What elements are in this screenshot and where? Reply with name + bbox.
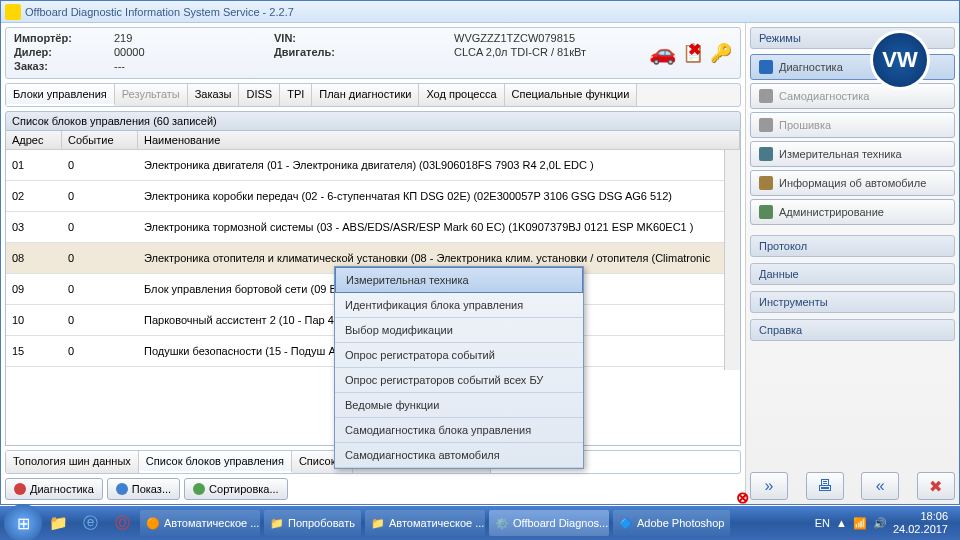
action-button[interactable]: Показ... xyxy=(107,478,180,500)
tab-3[interactable]: DISS xyxy=(239,84,280,106)
tab-7[interactable]: Специальные функции xyxy=(505,84,638,106)
mode-button[interactable]: Информация об автомобиле xyxy=(750,170,955,196)
clock[interactable]: 18:06 24.02.2017 xyxy=(893,510,948,536)
taskbar-app[interactable]: ⚙️Offboard Diagnos... xyxy=(489,510,609,536)
table-row[interactable]: 020Электроника коробки передач (02 - 6-с… xyxy=(6,181,724,212)
importer-value: 219 xyxy=(114,32,132,44)
menu-item[interactable]: Опрос регистраторов событий всех БУ xyxy=(335,368,583,393)
side-section-header[interactable]: Справка xyxy=(750,319,955,341)
bottom-buttons: ДиагностикаПоказ...Сортировка... xyxy=(5,478,741,500)
vertical-scrollbar[interactable] xyxy=(724,150,740,370)
order-label: Заказ: xyxy=(14,60,114,72)
dealer-label: Дилер: xyxy=(14,46,114,58)
taskbar[interactable]: ⊞ 📁 ⓔ Ⓞ 🟠Автоматическое ...📁Попробовать📁… xyxy=(0,506,960,540)
engine-label: Двигатель: xyxy=(274,46,454,58)
tab-bar: Блоки управленияРезультатыЗаказыDISSTPIП… xyxy=(5,83,741,107)
grid-title: Список блоков управления (60 записей) xyxy=(5,111,741,131)
taskbar-app[interactable]: 📁Автоматическое ... xyxy=(365,510,485,536)
tab-6[interactable]: Ход процесса xyxy=(419,84,504,106)
mode-icon xyxy=(759,89,773,103)
button-icon xyxy=(193,483,205,495)
bottom-tab-1[interactable]: Список блоков управления xyxy=(139,451,292,473)
side-section-header[interactable]: Данные xyxy=(750,263,955,285)
window-title: Offboard Diagnostic Information System S… xyxy=(25,6,294,18)
mode-icon xyxy=(759,147,773,161)
forward-button[interactable]: » xyxy=(750,472,788,500)
taskbar-app[interactable]: 🟠Автоматическое ... xyxy=(140,510,260,536)
back-button[interactable]: « xyxy=(861,472,899,500)
tray-volume-icon[interactable]: 🔊 xyxy=(873,517,887,530)
mode-icon xyxy=(759,60,773,74)
taskbar-apps: 🟠Автоматическое ...📁Попробовать📁Автомати… xyxy=(138,510,732,536)
side-section-header[interactable]: Протокол xyxy=(750,235,955,257)
col-name[interactable]: Наименование xyxy=(138,131,740,149)
vin-label: VIN: xyxy=(274,32,454,44)
table-row[interactable]: 030Электроника тормозной системы (03 - A… xyxy=(6,212,724,243)
system-tray[interactable]: EN ▲ 📶 🔊 18:06 24.02.2017 xyxy=(815,510,956,536)
menu-item[interactable]: Самодиагностика блока управления xyxy=(335,418,583,443)
mode-button: Прошивка xyxy=(750,112,955,138)
app-icon: 📁 xyxy=(270,517,284,530)
tab-2[interactable]: Заказы xyxy=(188,84,240,106)
vin-value: WVGZZZ1TZCW079815 xyxy=(454,32,575,44)
col-event[interactable]: Событие xyxy=(62,131,138,149)
vw-logo: VW xyxy=(870,30,930,90)
action-button[interactable]: Сортировка... xyxy=(184,478,288,500)
taskbar-app[interactable]: 🔷Adobe Photoshop xyxy=(613,510,730,536)
mode-icon xyxy=(759,205,773,219)
side-sections: ПротоколДанныеИнструментыСправка xyxy=(750,235,955,341)
info-bar: Импортёр:219 Дилер:00000 Заказ:--- VIN:W… xyxy=(5,27,741,79)
nav-buttons: » 🖶 « ✖ xyxy=(750,472,955,500)
print-button[interactable]: 🖶 xyxy=(806,472,844,500)
error-indicator-icon: ⊗ xyxy=(736,488,749,507)
order-value: --- xyxy=(114,60,125,72)
engine-value: CLCA 2,0л TDI-CR / 81кВт xyxy=(454,46,586,58)
action-button[interactable]: Диагностика xyxy=(5,478,103,500)
grid-columns: Адрес Событие Наименование xyxy=(6,131,740,150)
mode-button: Самодиагностика xyxy=(750,83,955,109)
context-menu: Измерительная техникаИдентификация блока… xyxy=(334,266,584,469)
app-icon: ⚙️ xyxy=(495,517,509,530)
mode-icon xyxy=(759,118,773,132)
tray-network-icon[interactable]: 📶 xyxy=(853,517,867,530)
importer-label: Импортёр: xyxy=(14,32,114,44)
titlebar[interactable]: Offboard Diagnostic Information System S… xyxy=(1,1,959,23)
side-panel: Режимы ДиагностикаСамодиагностикаПрошивк… xyxy=(745,23,959,504)
menu-item[interactable]: Идентификация блока управления xyxy=(335,293,583,318)
menu-item[interactable]: Самодиагностика автомобиля xyxy=(335,443,583,468)
explorer-icon[interactable]: 📁 xyxy=(45,510,71,536)
app-icon: 🟠 xyxy=(146,517,160,530)
app-icon xyxy=(5,4,21,20)
menu-item[interactable]: Выбор модификации xyxy=(335,318,583,343)
tray-flag-icon[interactable]: ▲ xyxy=(836,517,847,529)
tab-5[interactable]: План диагностики xyxy=(312,84,419,106)
opera-icon[interactable]: Ⓞ xyxy=(109,510,135,536)
mode-icon xyxy=(759,176,773,190)
button-icon xyxy=(116,483,128,495)
language-indicator[interactable]: EN xyxy=(815,517,830,529)
ie-icon[interactable]: ⓔ xyxy=(77,510,103,536)
close-button[interactable]: ✖ xyxy=(917,472,955,500)
taskbar-app[interactable]: 📁Попробовать xyxy=(264,510,361,536)
app-icon: 🔷 xyxy=(619,517,633,530)
menu-item[interactable]: Измерительная техника xyxy=(335,267,583,293)
tab-1[interactable]: Результаты xyxy=(115,84,188,106)
mode-button[interactable]: Измерительная техника xyxy=(750,141,955,167)
dealer-value: 00000 xyxy=(114,46,145,58)
key-icon: 🔑 xyxy=(710,42,732,64)
bottom-tab-0[interactable]: Топология шин данных xyxy=(6,451,139,473)
mode-button[interactable]: Администрирование xyxy=(750,199,955,225)
connection-icon: 📋✖ xyxy=(682,42,704,64)
car-icon: 🚗 xyxy=(649,40,676,66)
tab-0[interactable]: Блоки управления xyxy=(6,84,115,106)
menu-item[interactable]: Ведомые функции xyxy=(335,393,583,418)
tab-4[interactable]: TPI xyxy=(280,84,312,106)
col-address[interactable]: Адрес xyxy=(6,131,62,149)
button-icon xyxy=(14,483,26,495)
start-button[interactable]: ⊞ xyxy=(4,504,42,540)
menu-item[interactable]: Опрос регистратора событий xyxy=(335,343,583,368)
side-section-header[interactable]: Инструменты xyxy=(750,291,955,313)
table-row[interactable]: 010Электроника двигателя (01 - Электрони… xyxy=(6,150,724,181)
app-icon: 📁 xyxy=(371,517,385,530)
